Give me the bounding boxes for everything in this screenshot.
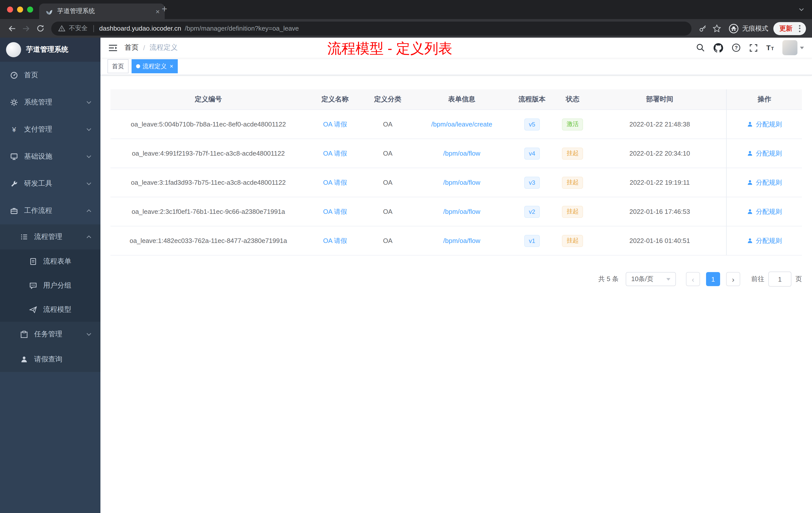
paper-plane-icon <box>29 306 37 314</box>
assign-rule-label: 分配规则 <box>756 149 782 158</box>
browser-toolbar: 不安全 dashboard.yudao.iocoder.cn /bpm/mana… <box>0 19 812 38</box>
tab-close-icon[interactable]: × <box>156 8 160 15</box>
sidebar-item-workflow[interactable]: 工作流程 <box>0 197 100 224</box>
chevron-up-icon <box>86 209 91 212</box>
password-key-icon[interactable] <box>696 21 709 35</box>
incognito-spy-icon <box>729 23 739 33</box>
forward-button[interactable] <box>19 21 33 35</box>
sidebar-item-payment-mgmt[interactable]: ¥ 支付管理 <box>0 116 100 143</box>
version-tag[interactable]: v3 <box>524 176 540 188</box>
version-tag[interactable]: v5 <box>524 118 540 130</box>
page-jump-input[interactable] <box>768 272 791 286</box>
tab-search-chevron-icon[interactable] <box>799 8 804 11</box>
definition-name-link[interactable]: OA 请假 <box>323 178 347 187</box>
sidebar-item-infrastructure[interactable]: 基础设施 <box>0 143 100 170</box>
col-header-actions: 操作 <box>726 89 802 110</box>
form-info-link[interactable]: /bpm/oa/flow <box>443 179 480 186</box>
assign-rule-link[interactable]: 分配规则 <box>747 236 782 245</box>
breadcrumb-current: 流程定义 <box>150 43 178 52</box>
page-title-annotation: 流程模型 - 定义列表 <box>327 39 453 58</box>
sidebar-item-process-mgmt[interactable]: 流程管理 <box>0 224 100 249</box>
definition-id: oa_leave:1:482ec033-762a-11ec-8477-a2380… <box>111 227 306 255</box>
deploy-time: 2022-01-22 20:34:10 <box>593 139 726 168</box>
definition-name-link[interactable]: OA 请假 <box>323 236 347 245</box>
version-tag[interactable]: v4 <box>524 147 540 159</box>
tag-home[interactable]: 首页 <box>108 59 128 73</box>
form-info-link[interactable]: /bpm/oa/flow <box>443 237 480 244</box>
sidebar-item-process-form[interactable]: 流程表单 <box>0 249 100 274</box>
list-icon <box>20 233 28 241</box>
sidebar-item-user-group[interactable]: 用户分组 <box>0 274 100 298</box>
help-icon[interactable]: ? <box>732 43 741 52</box>
table-row: oa_leave:2:3c1f0ef1-76b1-11ec-9c66-a2380… <box>111 197 802 227</box>
sidebar-item-task-mgmt[interactable]: 任务管理 <box>0 322 100 347</box>
assign-rule-link[interactable]: 分配规则 <box>747 178 782 187</box>
reload-button[interactable] <box>33 21 47 35</box>
search-icon[interactable] <box>696 43 705 52</box>
back-button[interactable] <box>5 21 19 35</box>
sidebar-item-label: 基础设施 <box>24 152 52 161</box>
sidebar-item-label: 用户分组 <box>43 281 71 290</box>
app-header: 首页 / 流程定义 流程模型 - 定义列表 ? <box>100 38 812 58</box>
breadcrumb-home[interactable]: 首页 <box>124 43 139 52</box>
page-number-button[interactable]: 1 <box>706 272 720 286</box>
page-size-select[interactable]: 10条/页 <box>626 272 676 286</box>
tag-label: 流程定义 <box>143 62 167 70</box>
close-window-button[interactable] <box>7 6 13 12</box>
minimize-window-button[interactable] <box>17 6 23 12</box>
sidebar-item-process-model[interactable]: 流程模型 <box>0 298 100 322</box>
url-divider <box>93 25 94 32</box>
sidebar-item-label: 首页 <box>24 71 38 80</box>
sidebar-item-leave-query[interactable]: 请假查询 <box>0 347 100 372</box>
sidebar-toggle-button[interactable] <box>109 44 117 52</box>
person-icon <box>747 150 753 157</box>
font-size-icon[interactable]: TT <box>766 44 774 52</box>
tag-close-icon[interactable]: × <box>170 63 173 69</box>
person-icon <box>747 179 753 186</box>
browser-tab-strip: 芋道管理系统 × + <box>0 0 812 19</box>
address-bar[interactable]: 不安全 dashboard.yudao.iocoder.cn /bpm/mana… <box>51 21 692 35</box>
col-header-deploy-time: 部署时间 <box>593 89 726 110</box>
sidebar-item-dev-tools[interactable]: 研发工具 <box>0 170 100 197</box>
browser-menu-kebab-icon[interactable] <box>795 23 804 34</box>
table-row: oa_leave:3:1fad3d93-7b75-11ec-a3c8-acde4… <box>111 168 802 197</box>
browser-tab[interactable]: 芋道管理系统 × <box>39 3 165 19</box>
person-icon <box>747 237 753 244</box>
wrench-icon <box>10 180 18 188</box>
security-label[interactable]: 不安全 <box>69 24 88 33</box>
next-page-button[interactable]: › <box>726 272 740 286</box>
tag-process-definition[interactable]: 流程定义 × <box>132 59 178 73</box>
new-tab-button[interactable]: + <box>162 3 167 14</box>
form-info-link[interactable]: /bpm/oa/flow <box>443 208 480 215</box>
prev-page-button[interactable]: ‹ <box>686 272 700 286</box>
definition-name-link[interactable]: OA 请假 <box>323 207 347 216</box>
version-tag[interactable]: v2 <box>524 206 540 218</box>
bookmark-star-icon[interactable] <box>709 21 724 35</box>
avatar <box>782 40 798 55</box>
chrome-update-button[interactable]: 更新 <box>773 22 806 35</box>
logo-title: 芋道管理系统 <box>26 45 68 54</box>
assign-rule-link[interactable]: 分配规则 <box>747 207 782 216</box>
col-header-status: 状态 <box>552 89 593 110</box>
definition-name-link[interactable]: OA 请假 <box>323 149 347 158</box>
definition-name-link[interactable]: OA 请假 <box>323 120 347 129</box>
form-info-link[interactable]: /bpm/oa/flow <box>443 150 480 157</box>
sidebar-item-system-mgmt[interactable]: 系统管理 <box>0 89 100 116</box>
assign-rule-link[interactable]: 分配规则 <box>747 149 782 158</box>
assign-rule-link[interactable]: 分配规则 <box>747 120 782 129</box>
github-icon[interactable] <box>714 43 723 53</box>
deploy-time: 2022-01-22 21:48:38 <box>593 110 726 139</box>
sidebar-item-home[interactable]: 首页 <box>0 62 100 89</box>
form-info-link[interactable]: /bpm/oa/leave/create <box>431 120 492 128</box>
table-header-row: 定义编号 定义名称 定义分类 表单信息 流程版本 状态 部署时间 操作 <box>111 89 802 110</box>
header-actions: ? TT <box>696 40 804 55</box>
browser-window: 芋道管理系统 × + 不安全 dashboard.yudao.iocoder.c… <box>0 0 812 513</box>
definition-category: OA <box>364 227 411 255</box>
user-avatar[interactable] <box>782 40 804 55</box>
chevron-down-icon <box>800 47 804 49</box>
fullscreen-icon[interactable] <box>749 43 758 52</box>
version-tag[interactable]: v1 <box>524 235 540 247</box>
definition-id: oa_leave:2:3c1f0ef1-76b1-11ec-9c66-a2380… <box>111 197 306 226</box>
maximize-window-button[interactable] <box>27 6 33 12</box>
status-badge: 挂起 <box>562 235 583 247</box>
